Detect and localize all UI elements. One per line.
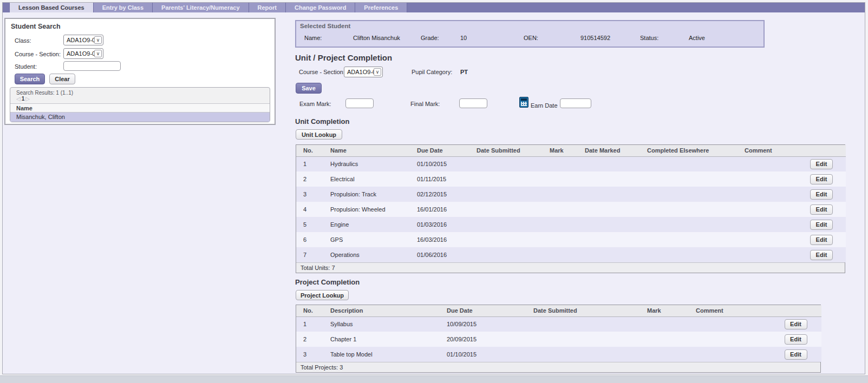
edit-button[interactable]: Edit — [785, 349, 807, 360]
unit-mark — [543, 202, 578, 217]
exam-mark-input[interactable] — [345, 98, 374, 108]
tab-lesson-based-courses[interactable]: Lesson Based Courses — [9, 3, 94, 12]
unit-due-date: 01/10/2015 — [410, 156, 469, 171]
unit-date-marked — [578, 156, 640, 171]
status-label: Status: — [640, 35, 658, 41]
unit-due-date: 16/03/2016 — [410, 232, 469, 247]
unit-date-submitted — [469, 187, 543, 202]
table-row: 3 Table top Model 01/10/2015 Edit — [296, 347, 821, 362]
edit-button[interactable]: Edit — [785, 334, 807, 345]
earn-date-input[interactable] — [560, 98, 591, 108]
unit-completion-table: No. Name Due Date Date Submitted Mark Da… — [296, 144, 845, 273]
page-number[interactable]: 1 — [22, 96, 25, 102]
col-date-marked: Date Marked — [578, 145, 640, 156]
col-date-submitted: Date Submitted — [526, 305, 640, 316]
table-row: 6 GPS 16/03/2016 Edit — [296, 232, 846, 247]
unit-completed-elsewhere — [640, 247, 738, 262]
final-mark-input[interactable] — [459, 98, 487, 108]
unit-no: 5 — [296, 217, 323, 232]
edit-button[interactable]: Edit — [810, 220, 833, 230]
chevron-down-icon[interactable]: ∨ — [94, 50, 102, 57]
col-comment: Comment — [738, 145, 797, 156]
unit-completed-elsewhere — [640, 232, 738, 247]
project-description: Chapter 1 — [323, 332, 440, 347]
student-label: Student: — [15, 63, 37, 70]
results-name-header: Name — [10, 103, 270, 113]
search-result-row[interactable]: Misanchuk, Clifton — [10, 113, 270, 122]
page-prev-icon[interactable]: ◁ — [16, 96, 21, 102]
student-input[interactable] — [63, 61, 121, 71]
unit-mark — [543, 247, 578, 262]
tab-parents-literacy-numeracy[interactable]: Parents' Literacy/Numeracy — [153, 3, 249, 12]
unit-date-submitted — [469, 247, 543, 262]
edit-button[interactable]: Edit — [810, 189, 833, 200]
project-description: Table top Model — [323, 347, 440, 362]
calendar-icon[interactable] — [519, 97, 528, 108]
unit-mark — [543, 156, 578, 171]
tab-change-password[interactable]: Change Password — [286, 3, 355, 12]
chevron-down-icon[interactable]: ∨ — [94, 36, 102, 44]
grade-label: Grade: — [421, 35, 439, 41]
tab-entry-by-class[interactable]: Entry by Class — [94, 3, 153, 12]
unit-lookup-button[interactable]: Unit Lookup — [296, 129, 342, 140]
unit-comment — [738, 202, 797, 217]
class-select[interactable]: ADA1O9-01 ∨ — [63, 35, 103, 45]
page-next-icon[interactable]: ▷ — [25, 96, 30, 102]
unit-mark — [543, 232, 578, 247]
col-completed-elsewhere: Completed Elsewhere — [640, 145, 738, 156]
edit-button[interactable]: Edit — [810, 250, 833, 260]
table-row: 1 Hydraulics 01/10/2015 Edit — [296, 156, 846, 171]
table-row: 3 Propulsion: Track 02/12/2015 Edit — [296, 187, 846, 202]
upc-course-section-select[interactable]: ADA1O9-01 ∨ — [344, 67, 383, 77]
window-bottom-edge — [0, 375, 868, 383]
student-search-title: Student Search — [11, 23, 61, 30]
project-no: 1 — [296, 316, 323, 332]
grade-value: 10 — [460, 35, 467, 41]
unit-date-submitted — [469, 156, 543, 171]
unit-comment — [738, 247, 797, 262]
app-window: Lesson Based Courses Entry by Class Pare… — [2, 2, 865, 374]
col-name: Name — [323, 145, 410, 156]
unit-table-footer: Total Units: 7 — [296, 262, 845, 273]
col-no: No. — [296, 145, 323, 156]
unit-comment — [738, 171, 797, 187]
clear-button[interactable]: Clear — [49, 74, 75, 84]
marks-row: Exam Mark: Final Mark: Earn Date — [296, 98, 631, 110]
course-section-select[interactable]: ADA1O9-01 ∨ — [63, 48, 103, 59]
chevron-down-icon[interactable]: ∨ — [374, 68, 381, 76]
tab-preferences[interactable]: Preferences — [355, 3, 407, 12]
unit-date-marked — [578, 202, 640, 217]
table-row: 7 Operations 01/06/2016 Edit — [296, 247, 846, 262]
project-lookup-button[interactable]: Project Lookup — [296, 290, 349, 300]
exam-mark-label: Exam Mark: — [299, 101, 331, 107]
selected-student-panel: Selected Student Name: Clifton Misanchuk… — [295, 20, 765, 48]
unit-mark — [543, 187, 578, 202]
unit-name: Engine — [323, 217, 410, 232]
edit-button[interactable]: Edit — [810, 204, 833, 215]
unit-completed-elsewhere — [640, 187, 738, 202]
edit-button[interactable]: Edit — [810, 159, 833, 169]
unit-date-marked — [578, 232, 640, 247]
table-row: 5 Engine 01/03/2016 Edit — [296, 217, 846, 232]
save-button[interactable]: Save — [296, 83, 322, 94]
unit-no: 1 — [296, 156, 323, 171]
col-mark: Mark — [543, 145, 578, 156]
project-mark — [640, 332, 689, 347]
edit-button[interactable]: Edit — [810, 174, 833, 184]
unit-date-marked — [578, 247, 640, 262]
unit-due-date: 01/03/2016 — [410, 217, 469, 232]
project-date-submitted — [526, 316, 640, 332]
col-date-submitted: Date Submitted — [469, 145, 543, 156]
tab-report[interactable]: Report — [249, 3, 286, 12]
project-comment — [689, 316, 770, 332]
unit-name: Operations — [323, 247, 410, 262]
unit-no: 2 — [296, 171, 323, 187]
edit-button[interactable]: Edit — [810, 235, 833, 245]
unit-completed-elsewhere — [640, 202, 738, 217]
col-description: Description — [323, 305, 440, 316]
unit-due-date: 16/01/2016 — [410, 202, 469, 217]
search-button[interactable]: Search — [15, 74, 45, 84]
unit-date-submitted — [469, 171, 543, 187]
edit-button[interactable]: Edit — [785, 319, 807, 329]
project-description: Syllabus — [323, 316, 440, 332]
